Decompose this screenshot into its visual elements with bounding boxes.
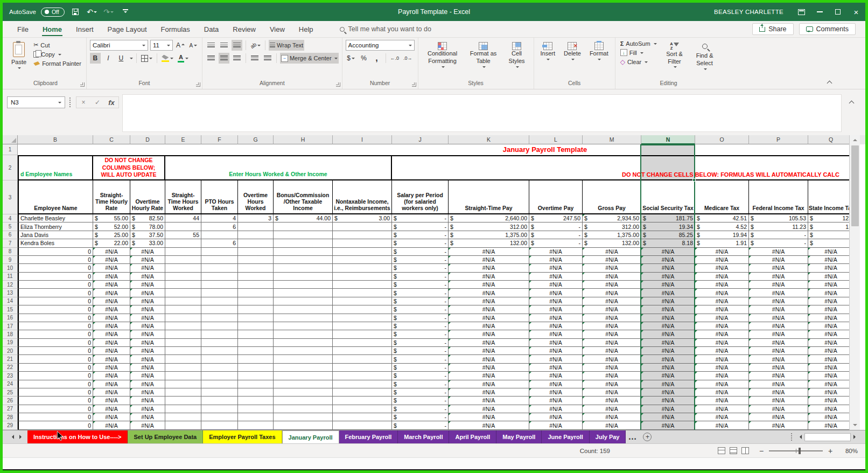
cell-O15[interactable]: #N/A	[695, 305, 749, 314]
cell-D14[interactable]: #N/A	[130, 297, 165, 305]
cell-E22[interactable]	[165, 364, 201, 372]
cut-button[interactable]: ✂Cut	[32, 41, 83, 49]
sheet-tab-july-pay[interactable]: July Pay	[590, 430, 626, 443]
cell-C21[interactable]: #N/A	[93, 355, 130, 363]
cell-G12[interactable]	[238, 281, 274, 289]
cell-P7[interactable]: $-	[749, 239, 808, 247]
column-header-M[interactable]: M	[583, 135, 641, 144]
column-title-I[interactable]: Nontaxable Income, i.e., Reimbursements	[333, 180, 392, 214]
cell-C9[interactable]: #N/A	[93, 256, 130, 264]
cell-N24[interactable]: #N/A	[641, 380, 695, 388]
quick-access-customize-button[interactable]	[120, 9, 131, 15]
cell-B4[interactable]: Charlette Beasley	[18, 214, 93, 222]
cell-E14[interactable]	[165, 297, 201, 305]
cell-L6[interactable]: $-	[529, 231, 583, 239]
cell-L19[interactable]: #N/A	[529, 339, 583, 347]
row-header-6[interactable]: 6	[3, 231, 18, 239]
row-header-15[interactable]: 15	[3, 305, 18, 314]
cell-B24[interactable]: 0	[18, 380, 93, 388]
cell-F13[interactable]	[201, 289, 238, 297]
cell-M20[interactable]: #N/A	[583, 347, 641, 355]
page-break-view-button[interactable]	[741, 447, 749, 454]
conditional-formatting-button[interactable]: Conditional Formatting	[422, 40, 464, 71]
cell-K28[interactable]: #N/A	[449, 413, 529, 421]
row-header-2[interactable]: 2	[3, 155, 18, 180]
comments-button[interactable]: Comments	[799, 23, 856, 35]
cell-N6[interactable]: $85.25	[641, 231, 695, 239]
cell-L5[interactable]: $-	[529, 222, 583, 231]
cell-P18[interactable]: #N/A	[749, 330, 808, 338]
cell-H8[interactable]	[274, 248, 333, 256]
cell-F7[interactable]: 6	[201, 239, 238, 247]
scroll-down-button[interactable]	[850, 421, 860, 430]
cell-P19[interactable]: #N/A	[749, 339, 808, 347]
cell-G25[interactable]	[238, 388, 274, 397]
cell-Q10[interactable]: #N/A	[808, 264, 854, 272]
zoom-slider-thumb[interactable]	[799, 448, 801, 454]
column-header-J[interactable]: J	[392, 135, 449, 144]
align-top-button[interactable]	[206, 40, 216, 51]
normal-view-button[interactable]	[718, 447, 725, 454]
cell-F29[interactable]	[201, 421, 238, 429]
cell-N16[interactable]: #N/A	[641, 314, 695, 322]
column-title-K[interactable]: Straight-Time Pay	[449, 180, 529, 214]
cell-E10[interactable]	[165, 264, 201, 272]
column-title-F[interactable]: PTO Hours Taken	[201, 180, 238, 214]
cell-O16[interactable]: #N/A	[695, 314, 749, 322]
cell-P20[interactable]: #N/A	[749, 347, 808, 355]
column-header-Q[interactable]: Q	[808, 135, 854, 144]
cell-O11[interactable]: #N/A	[695, 273, 749, 281]
cell-P27[interactable]: #N/A	[749, 405, 808, 413]
cell-Q9[interactable]: #N/A	[808, 256, 854, 264]
cell-O26[interactable]: #N/A	[695, 397, 749, 405]
cell-K9[interactable]: #N/A	[449, 256, 529, 264]
cell-E27[interactable]	[165, 405, 201, 413]
cell-B27[interactable]: 0	[18, 405, 93, 413]
cell-I15[interactable]	[333, 305, 392, 314]
shrink-font-button[interactable]: A	[188, 40, 199, 51]
cell-Q5[interactable]: $13	[808, 222, 854, 231]
cell-L13[interactable]: #N/A	[529, 289, 583, 297]
cell-N22[interactable]: #N/A	[641, 364, 695, 372]
column-header-P[interactable]: P	[749, 135, 808, 144]
cell-F17[interactable]	[201, 322, 238, 330]
cell-G24[interactable]	[238, 380, 274, 388]
cell-B7[interactable]: Kendra Boles	[18, 239, 93, 247]
cell-B8[interactable]: 0	[18, 248, 93, 256]
cell-B13[interactable]: 0	[18, 289, 93, 297]
cell-E29[interactable]	[165, 421, 201, 429]
cell-I18[interactable]	[333, 330, 392, 338]
row-header-21[interactable]: 21	[3, 355, 18, 363]
cell-C23[interactable]: #N/A	[93, 372, 130, 380]
cell-J24[interactable]: $-	[392, 380, 449, 388]
cell-Q29[interactable]: #N/A	[808, 421, 854, 429]
cell-F4[interactable]: 4	[201, 214, 238, 222]
row-header-28[interactable]: 28	[3, 413, 18, 421]
cell-M8[interactable]: #N/A	[583, 248, 641, 256]
cell-I19[interactable]	[333, 339, 392, 347]
cell-F28[interactable]	[201, 413, 238, 421]
cell-Q18[interactable]: #N/A	[808, 330, 854, 338]
cell-D24[interactable]: #N/A	[130, 380, 165, 388]
cell-C8[interactable]: #N/A	[93, 248, 130, 256]
cell-O5[interactable]: $4.52	[695, 222, 749, 231]
cell-D7[interactable]: $33.00	[130, 239, 165, 247]
zoom-slider[interactable]	[769, 450, 823, 451]
cell-J8[interactable]: $-	[392, 248, 449, 256]
cell-O23[interactable]: #N/A	[695, 372, 749, 380]
cell-H29[interactable]	[274, 421, 333, 429]
alignment-dialog-launcher[interactable]	[336, 82, 340, 87]
cell-M13[interactable]: #N/A	[583, 289, 641, 297]
cell-L8[interactable]: #N/A	[529, 248, 583, 256]
cell-H25[interactable]	[274, 388, 333, 397]
cell-B20[interactable]: 0	[18, 347, 93, 355]
cell-D18[interactable]: #N/A	[130, 330, 165, 338]
row-header-22[interactable]: 22	[3, 364, 18, 372]
cell-Q27[interactable]: #N/A	[808, 405, 854, 413]
cell-D25[interactable]: #N/A	[130, 388, 165, 397]
align-center-button[interactable]	[219, 53, 229, 64]
cell-O29[interactable]: #N/A	[695, 421, 749, 429]
column-title-M[interactable]: Gross Pay	[583, 180, 641, 214]
cell-L25[interactable]: #N/A	[529, 388, 583, 397]
cell-M6[interactable]: $1,375.00	[583, 231, 641, 239]
